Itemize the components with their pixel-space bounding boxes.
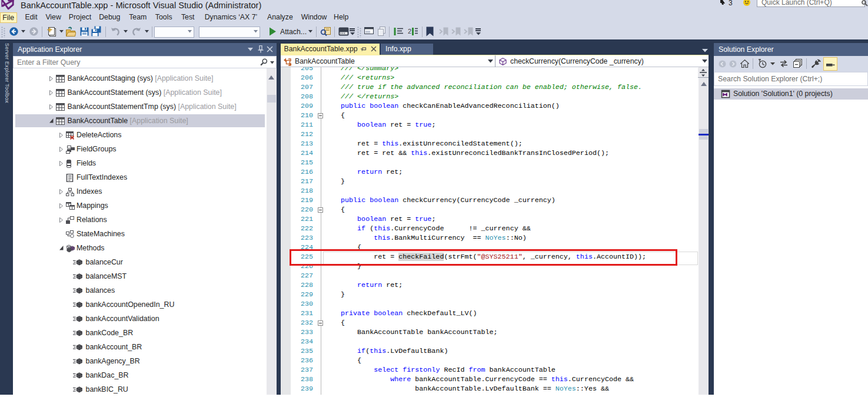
svg-text:2: 2 (408, 28, 411, 35)
